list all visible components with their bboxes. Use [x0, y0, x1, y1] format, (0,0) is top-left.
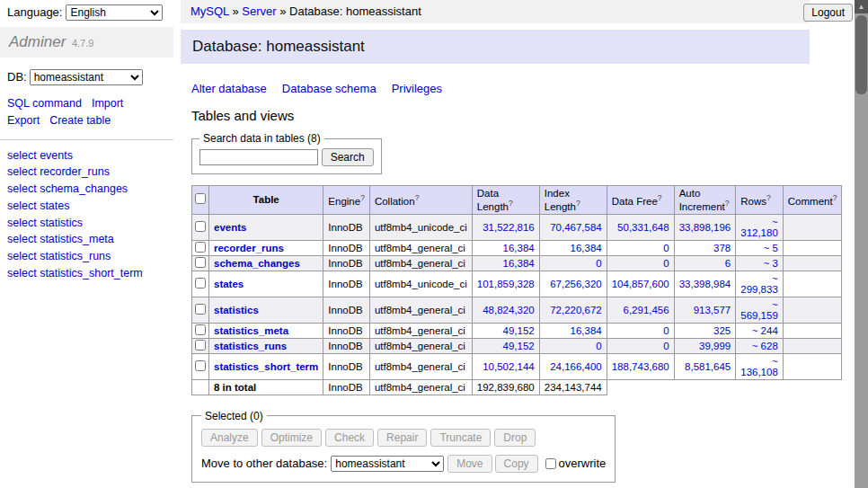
logout-button[interactable]: Logout	[803, 4, 853, 22]
help-icon[interactable]: ?	[360, 193, 365, 202]
language-select[interactable]: English	[66, 4, 163, 21]
cell-rows-link[interactable]: ~ 5	[763, 243, 777, 253]
row-checkbox[interactable]	[195, 221, 206, 232]
search-button[interactable]: Search	[322, 148, 374, 166]
db-select[interactable]: homeassistant	[30, 69, 143, 85]
row-checkbox[interactable]	[195, 242, 206, 253]
table-link-states[interactable]: states	[214, 279, 244, 289]
table-link-statistics-meta[interactable]: statistics_meta	[214, 325, 288, 336]
row-checkbox[interactable]	[195, 324, 206, 335]
cell-data-free-link[interactable]: 104,857,600	[612, 279, 669, 289]
help-icon[interactable]: ?	[833, 193, 837, 202]
cell-data-free-link[interactable]: 0	[663, 325, 669, 336]
cell-data-free-link[interactable]: 0	[663, 341, 669, 351]
help-icon[interactable]: ?	[576, 199, 580, 208]
sidebar-link-select-schema-changes[interactable]: select schema_changes	[7, 181, 166, 198]
cell-index-length-link[interactable]: 16,384	[571, 243, 602, 253]
cell-rows-link[interactable]: ~ 569,159	[740, 299, 778, 321]
cell-rows-link[interactable]: ~ 3	[763, 258, 777, 269]
cell-data-length-link[interactable]: 31,522,816	[483, 222, 535, 233]
cell-data-length-link[interactable]: 16,384	[503, 243, 535, 253]
sidebar-action-export[interactable]: Export	[7, 114, 40, 127]
sidebar-link-select-events[interactable]: select events	[7, 147, 166, 164]
cell-data-free-link[interactable]: 6,291,456	[624, 305, 669, 315]
cell-data-free-link[interactable]: 0	[663, 258, 669, 269]
cell-data-length-link[interactable]: 10,502,144	[483, 361, 535, 372]
row-checkbox[interactable]	[195, 257, 206, 268]
cell-data-length-link[interactable]: 48,824,320	[483, 305, 535, 315]
table-link-statistics-short-term[interactable]: statistics_short_term	[214, 361, 318, 372]
search-input[interactable]	[199, 149, 318, 165]
cell-data-free-link[interactable]: 188,743,680	[612, 361, 669, 372]
drop-button[interactable]: Drop	[494, 429, 536, 447]
cell-data-length-link[interactable]: 49,152	[503, 325, 535, 336]
optimize-button[interactable]: Optimize	[261, 429, 322, 447]
sidebar-link-select-statistics-runs[interactable]: select statistics_runs	[7, 248, 166, 265]
scrollbar[interactable]: ▲	[855, 0, 868, 488]
sidebar-action-sql-command[interactable]: SQL command	[7, 97, 82, 110]
overwrite-checkbox[interactable]	[545, 458, 556, 469]
cell-auto-increment-link[interactable]: 39,999	[699, 341, 731, 351]
scrollbar-up-icon[interactable]: ▲	[855, 0, 868, 13]
cell-rows-link[interactable]: ~ 628	[752, 341, 778, 351]
nav-privileges[interactable]: Privileges	[392, 82, 442, 95]
check-button[interactable]: Check	[325, 429, 374, 447]
cell-index-length-link[interactable]: 0	[596, 341, 601, 351]
help-icon[interactable]: ?	[766, 193, 771, 202]
cell-data-free-link[interactable]: 0	[663, 243, 669, 253]
sidebar-link-select-recorder-runs[interactable]: select recorder_runs	[7, 164, 166, 181]
breadcrumb-server[interactable]: Server	[242, 4, 276, 18]
row-checkbox[interactable]	[195, 304, 206, 315]
cell-index-length-link[interactable]: 67,256,320	[550, 279, 602, 289]
cell-index-length-link[interactable]: 16,384	[571, 325, 602, 336]
cell-data-length-link[interactable]: 101,859,328	[477, 279, 535, 289]
move-button[interactable]: Move	[447, 455, 492, 473]
cell-rows-link[interactable]: ~ 312,180	[740, 217, 778, 238]
sidebar-action-import[interactable]: Import	[92, 97, 123, 110]
select-all-checkbox[interactable]	[195, 193, 206, 204]
sidebar-link-select-statistics[interactable]: select statistics	[7, 215, 166, 232]
row-checkbox[interactable]	[195, 360, 206, 371]
move-db-select[interactable]: homeassistant	[331, 456, 444, 472]
cell-rows-link[interactable]: ~ 136,108	[740, 356, 778, 377]
table-link-schema-changes[interactable]: schema_changes	[214, 258, 300, 269]
table-link-recorder-runs[interactable]: recorder_runs	[214, 243, 284, 253]
cell-index-length-link[interactable]: 0	[596, 258, 601, 269]
breadcrumb-mysql[interactable]: MySQL	[190, 4, 229, 18]
cell-auto-increment-link[interactable]: 8,581,645	[685, 361, 731, 372]
table-link-statistics-runs[interactable]: statistics_runs	[214, 341, 287, 351]
cell-auto-increment-link[interactable]: 913,577	[694, 305, 731, 315]
scrollbar-thumb[interactable]	[855, 15, 867, 94]
cell-auto-increment-link[interactable]: 325	[713, 325, 731, 336]
nav-database-schema[interactable]: Database schema	[282, 82, 376, 95]
row-checkbox[interactable]	[195, 340, 206, 350]
copy-button[interactable]: Copy	[495, 455, 538, 473]
cell-rows-link[interactable]: ~ 299,833	[740, 273, 778, 295]
repair-button[interactable]: Repair	[377, 429, 427, 447]
cell-rows-link[interactable]: ~ 244	[752, 325, 778, 336]
cell-data-length-link[interactable]: 49,152	[503, 341, 535, 351]
help-icon[interactable]: ?	[509, 199, 513, 208]
cell-auto-increment-link[interactable]: 378	[713, 243, 731, 253]
cell-auto-increment-link[interactable]: 33,898,196	[679, 222, 731, 233]
truncate-button[interactable]: Truncate	[430, 429, 491, 447]
nav-alter-database[interactable]: Alter database	[191, 82, 267, 95]
table-link-events[interactable]: events	[214, 222, 246, 233]
cell-data-length-link[interactable]: 16,384	[503, 258, 535, 269]
cell-auto-increment-link[interactable]: 33,398,984	[679, 279, 731, 289]
help-icon[interactable]: ?	[725, 199, 730, 208]
sidebar-link-select-statistics-meta[interactable]: select statistics_meta	[7, 231, 166, 248]
help-icon[interactable]: ?	[658, 193, 662, 202]
table-link-statistics[interactable]: statistics	[214, 305, 259, 315]
cell-index-length-link[interactable]: 24,166,400	[550, 361, 602, 372]
cell-index-length-link[interactable]: 70,467,584	[550, 222, 602, 233]
sidebar-link-select-statistics-short-term[interactable]: select statistics_short_term	[7, 265, 166, 282]
cell-data-free-link[interactable]: 50,331,648	[617, 222, 669, 233]
cell-index-length-link[interactable]: 72,220,672	[550, 305, 602, 315]
analyze-button[interactable]: Analyze	[201, 429, 258, 447]
row-checkbox[interactable]	[195, 278, 206, 288]
cell-auto-increment-link[interactable]: 6	[725, 258, 731, 269]
sidebar-action-create-table[interactable]: Create table	[49, 114, 111, 127]
help-icon[interactable]: ?	[415, 193, 420, 202]
sidebar-link-select-states[interactable]: select states	[7, 198, 166, 215]
